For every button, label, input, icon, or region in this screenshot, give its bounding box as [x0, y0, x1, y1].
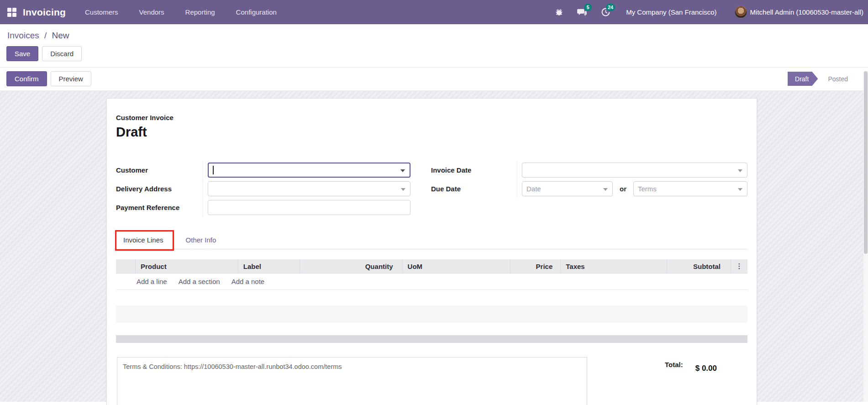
customer-label: Customer [116, 161, 203, 179]
apps-menu-icon[interactable] [7, 8, 16, 17]
text-cursor [213, 166, 214, 174]
column-subtotal[interactable]: Subtotal [667, 259, 731, 273]
column-product[interactable]: Product [135, 259, 238, 273]
delivery-address-label: Delivery Address [116, 179, 203, 198]
payment-reference-field-row: Payment Reference [116, 198, 410, 217]
menu-customers[interactable]: Customers [85, 5, 118, 19]
form-right-column: Invoice Date Due Date Date or [431, 161, 747, 217]
payment-reference-label: Payment Reference [116, 198, 203, 217]
due-date-label: Due Date [431, 179, 517, 198]
chevron-down-icon[interactable] [400, 169, 405, 172]
user-menu[interactable]: Mitchell Admin (10060530-master-all) [735, 6, 863, 18]
bug-icon [555, 8, 563, 16]
messages-icon-button[interactable]: 5 [577, 7, 588, 18]
scrollbar-track[interactable] [863, 71, 868, 402]
activities-count-badge: 24 [606, 4, 615, 11]
breadcrumb: Invoices / New [0, 24, 868, 42]
total-label: Total: [665, 361, 683, 368]
statusbar-actions: Confirm Preview [6, 71, 91, 86]
status-steps: Draft Posted [788, 72, 856, 86]
invoice-sheet: Customer Invoice Draft Customer Delivery… [106, 98, 757, 405]
record-buttons: Save Discard [6, 46, 868, 61]
form-left-column: Customer Delivery Address [116, 161, 410, 217]
invoice-lines-header: Product Label Quantity UoM Price Taxes S… [116, 259, 747, 274]
empty-lines-band [116, 305, 747, 323]
save-button[interactable]: Save [6, 46, 38, 61]
optional-columns-icon[interactable]: ⋮ [731, 259, 747, 273]
column-quantity[interactable]: Quantity [300, 259, 402, 273]
status-posted[interactable]: Posted [818, 75, 856, 83]
customer-widget [208, 163, 410, 178]
user-avatar [735, 6, 747, 18]
invoice-type-label: Customer Invoice [116, 114, 747, 121]
form-view-background: Customer Invoice Draft Customer Delivery… [0, 90, 868, 402]
breadcrumb-separator: / [44, 31, 47, 40]
invoice-state-title: Draft [116, 125, 747, 140]
chevron-down-icon[interactable] [738, 169, 742, 172]
menu-reporting[interactable]: Reporting [185, 5, 215, 19]
navbar-systray: 5 24 My Company (San Francisco) Mitchell… [553, 6, 863, 18]
payment-reference-widget [208, 200, 410, 215]
notebook-tabs: Invoice Lines Other Info [116, 231, 747, 249]
breadcrumb-invoices-link[interactable]: Invoices [7, 31, 39, 40]
totals-block: Total: $ 0.00 [665, 357, 717, 373]
confirm-button[interactable]: Confirm [6, 71, 47, 86]
menu-vendors[interactable]: Vendors [139, 5, 164, 19]
chevron-down-icon[interactable] [738, 188, 742, 191]
user-name: Mitchell Admin (10060530-master-all) [750, 8, 863, 16]
navbar-menus: Customers Vendors Reporting Configuratio… [85, 5, 277, 19]
add-a-note-link[interactable]: Add a note [231, 278, 265, 285]
total-amount: $ 0.00 [695, 364, 717, 373]
lines-horizontal-scrollbar[interactable] [116, 335, 747, 343]
tab-other-info[interactable]: Other Info [179, 231, 224, 249]
chevron-down-icon[interactable] [401, 188, 405, 191]
terms-placeholder: Terms [638, 185, 657, 193]
customer-input[interactable] [208, 163, 410, 178]
due-date-field-row: Due Date Date or Terms [431, 179, 747, 198]
add-a-section-link[interactable]: Add a section [179, 278, 220, 285]
delivery-address-input[interactable] [208, 181, 410, 196]
customer-field-row: Customer [116, 161, 410, 179]
messages-count-badge: 5 [584, 4, 592, 11]
invoice-date-field-row: Invoice Date [431, 161, 747, 179]
column-label[interactable]: Label [238, 259, 300, 273]
statusbar: Confirm Preview Draft Posted [0, 68, 868, 90]
tab-invoice-lines-label: Invoice Lines [123, 236, 163, 244]
or-label: or [620, 185, 626, 193]
status-draft[interactable]: Draft [788, 72, 818, 86]
menu-configuration[interactable]: Configuration [236, 5, 277, 19]
terms-and-conditions-input[interactable]: Terms & Conditions: https://10060530-mas… [117, 357, 587, 405]
payment-reference-input[interactable] [208, 200, 410, 215]
app-title[interactable]: Invoicing [23, 7, 66, 18]
scrollbar-thumb[interactable] [864, 71, 868, 254]
add-a-line-link[interactable]: Add a line [137, 278, 167, 285]
due-date-placeholder: Date [526, 185, 541, 193]
due-date-input[interactable]: Date [522, 181, 613, 196]
discard-button[interactable]: Discard [42, 46, 82, 61]
top-navbar: Invoicing Customers Vendors Reporting Co… [0, 0, 868, 24]
activities-icon-button[interactable]: 24 [600, 7, 611, 18]
add-line-row: Add a line Add a section Add a note [116, 274, 747, 290]
delivery-address-field-row: Delivery Address [116, 179, 410, 198]
column-taxes[interactable]: Taxes [560, 259, 667, 273]
control-panel: Invoices / New Save Discard Confirm Prev… [0, 24, 868, 90]
debug-bug-icon[interactable] [553, 7, 564, 18]
invoice-form-grid: Customer Delivery Address [116, 161, 747, 217]
tab-invoice-lines[interactable]: Invoice Lines [116, 231, 171, 249]
handle-column [116, 259, 135, 273]
invoice-date-widget [522, 163, 747, 178]
sheet-bottom-section: Terms & Conditions: https://10060530-mas… [116, 357, 747, 405]
due-date-widget: Date or Terms [522, 181, 747, 196]
payment-terms-input[interactable]: Terms [633, 181, 747, 196]
breadcrumb-current: New [52, 31, 69, 40]
delivery-address-widget [208, 181, 410, 196]
invoice-date-input[interactable] [522, 163, 747, 178]
chevron-down-icon[interactable] [603, 188, 608, 191]
column-price[interactable]: Price [510, 259, 560, 273]
column-uom[interactable]: UoM [402, 259, 510, 273]
company-switcher[interactable]: My Company (San Francisco) [626, 8, 716, 16]
invoice-date-label: Invoice Date [431, 161, 517, 179]
preview-button[interactable]: Preview [51, 71, 91, 86]
